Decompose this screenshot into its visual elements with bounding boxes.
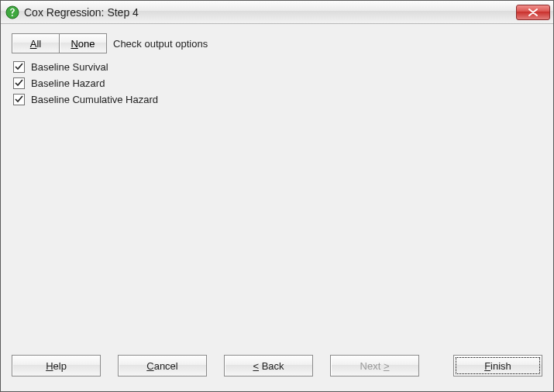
toolbar-hint: Check output options [113, 38, 208, 50]
output-options: Baseline Survival Baseline Hazard Baseli… [12, 61, 542, 105]
back-button[interactable]: < Back [224, 355, 313, 377]
option-label[interactable]: Baseline Hazard [31, 77, 105, 89]
checkbox-baseline-hazard[interactable] [13, 77, 25, 89]
wizard-button-bar: Help Cancel < Back Next > Finish [1, 351, 553, 391]
close-button[interactable] [516, 5, 550, 20]
select-none-button[interactable]: None [59, 33, 107, 53]
client-area: All None Check output options Baseline S… [1, 24, 553, 351]
select-all-button[interactable]: All [12, 33, 60, 53]
titlebar: Cox Regression: Step 4 [1, 1, 553, 24]
checkbox-baseline-cumulative-hazard[interactable] [13, 94, 25, 105]
option-label[interactable]: Baseline Survival [31, 61, 108, 73]
dialog-window: Cox Regression: Step 4 All None Check ou… [0, 0, 554, 392]
checkbox-baseline-survival[interactable] [13, 61, 25, 73]
finish-button[interactable]: Finish [453, 355, 542, 377]
svg-point-1 [12, 15, 13, 16]
option-label[interactable]: Baseline Cumulative Hazard [31, 94, 158, 105]
next-button: Next > [330, 355, 419, 377]
option-baseline-cumulative-hazard: Baseline Cumulative Hazard [13, 94, 542, 105]
option-baseline-hazard: Baseline Hazard [13, 77, 542, 89]
option-baseline-survival: Baseline Survival [13, 61, 542, 73]
help-icon [5, 5, 19, 19]
help-button[interactable]: Help [12, 355, 101, 377]
select-toolbar: All None Check output options [12, 33, 542, 53]
window-title: Cox Regression: Step 4 [24, 6, 516, 19]
cancel-button[interactable]: Cancel [118, 355, 207, 377]
